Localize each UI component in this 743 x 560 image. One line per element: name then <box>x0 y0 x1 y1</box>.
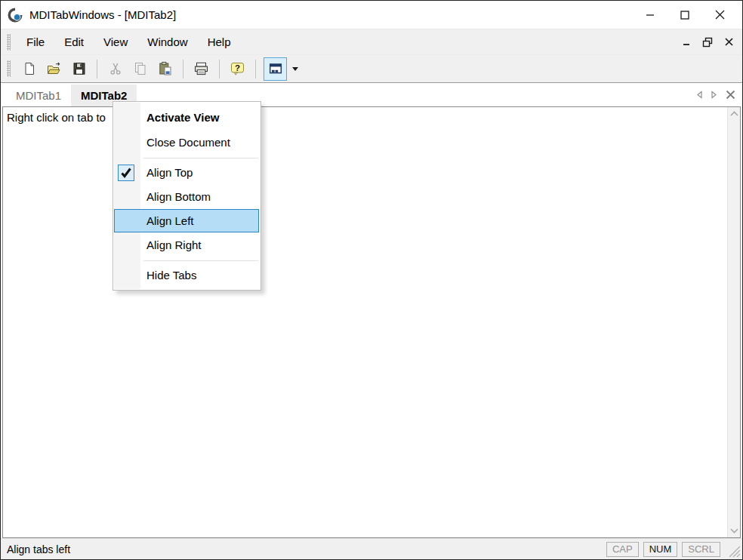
app-window: MDITabWindows - [MDITab2] File Edit View… <box>0 0 743 560</box>
vertical-scrollbar[interactable] <box>727 107 740 537</box>
close-button[interactable] <box>702 1 737 29</box>
mdi-minimize-button[interactable] <box>680 36 692 48</box>
toolbar-options-dropdown-arrow-icon[interactable] <box>292 67 298 71</box>
cut-button <box>105 59 125 79</box>
minimize-button[interactable] <box>633 1 667 29</box>
maximize-icon <box>680 11 689 20</box>
close-icon <box>715 10 725 20</box>
checkmark-icon <box>120 167 132 179</box>
maximize-button[interactable] <box>667 1 702 29</box>
help-icon: ? <box>230 61 245 77</box>
minimize-icon <box>646 11 655 20</box>
paste-icon <box>158 61 173 76</box>
open-folder-icon <box>46 61 62 76</box>
toolbar-gripper[interactable] <box>7 60 11 77</box>
new-button[interactable] <box>19 59 39 79</box>
tabbed-window-icon <box>268 61 283 76</box>
mdi-child-controls <box>680 36 735 48</box>
num-lock-indicator: NUM <box>643 542 678 557</box>
title-bar: MDITabWindows - [MDITab2] <box>1 1 742 29</box>
mdi-close-icon <box>725 38 733 46</box>
tab-controls <box>695 83 736 106</box>
save-icon <box>72 61 87 76</box>
menu-item-hide-tabs[interactable]: Hide Tabs <box>113 263 261 288</box>
svg-text:?: ? <box>235 63 240 72</box>
toolbar-separator <box>183 60 183 78</box>
app-icon <box>8 8 23 23</box>
menu-item-align-bottom[interactable]: Align Bottom <box>113 185 261 209</box>
menu-help[interactable]: Help <box>198 29 241 54</box>
scroll-left-icon[interactable] <box>695 89 704 100</box>
paste-button[interactable] <box>155 59 175 79</box>
status-message: Align tabs left <box>7 543 70 555</box>
scroll-lock-indicator: SCRL <box>682 542 720 557</box>
print-icon <box>193 61 209 76</box>
window-title: MDITabWindows - [MDITab2] <box>29 8 176 21</box>
mdi-close-button[interactable] <box>723 36 735 48</box>
caps-lock-indicator: CAP <box>606 542 639 557</box>
toolbar-separator <box>219 60 220 78</box>
help-button[interactable]: ? <box>227 59 248 79</box>
tabbed-windows-button[interactable] <box>264 57 287 81</box>
mdi-restore-icon <box>702 37 713 48</box>
new-document-icon <box>22 61 37 76</box>
copy-icon <box>133 61 148 76</box>
print-button[interactable] <box>191 59 211 79</box>
tab-context-menu: Activate View Close Document Align Top A… <box>113 101 261 291</box>
menu-bar: File Edit View Window Help <box>1 29 742 55</box>
menu-item-activate-view[interactable]: Activate View <box>113 105 261 131</box>
mdi-minimize-icon <box>683 38 691 47</box>
menu-separator <box>113 155 261 161</box>
checkmark-box <box>118 165 134 181</box>
status-indicators: CAP NUM SCRL <box>606 540 742 558</box>
tab-mditab1[interactable]: MDITab1 <box>6 85 71 106</box>
window-controls <box>633 1 742 29</box>
menu-window[interactable]: Window <box>137 29 197 54</box>
status-bar: Align tabs left CAP NUM SCRL <box>1 538 742 559</box>
scroll-up-icon[interactable] <box>729 109 740 118</box>
cut-icon <box>108 61 123 76</box>
scroll-down-icon[interactable] <box>729 527 740 535</box>
menu-edit[interactable]: Edit <box>54 29 94 54</box>
menu-file[interactable]: File <box>17 29 54 54</box>
menu-view[interactable]: View <box>94 29 137 54</box>
save-button[interactable] <box>69 59 89 79</box>
menu-item-align-left[interactable]: Align Left <box>113 209 261 233</box>
scroll-right-icon[interactable] <box>709 89 719 100</box>
toolbar-separator <box>97 60 97 78</box>
toolbar: ? <box>1 55 742 83</box>
menu-item-align-top[interactable]: Align Top <box>113 161 261 185</box>
mdi-restore-button[interactable] <box>701 36 714 48</box>
copy-button <box>130 59 150 79</box>
resize-grip[interactable] <box>727 540 742 558</box>
menu-item-close-document[interactable]: Close Document <box>113 131 261 155</box>
menu-item-align-right[interactable]: Align Right <box>113 233 261 257</box>
close-tab-icon[interactable] <box>725 89 736 100</box>
menubar-gripper[interactable] <box>7 34 11 51</box>
menu-separator <box>113 257 261 263</box>
open-button[interactable] <box>44 59 64 79</box>
toolbar-separator <box>255 60 256 78</box>
